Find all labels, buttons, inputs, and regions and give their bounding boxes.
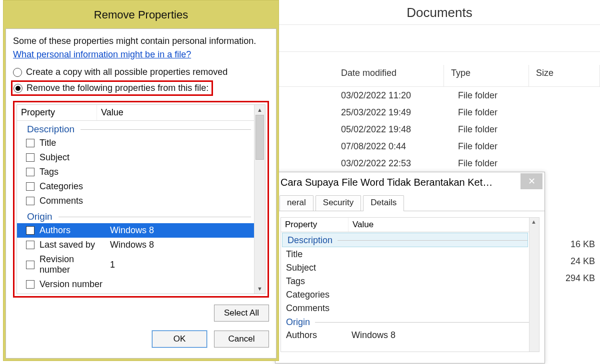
property-value: Windows 8 — [110, 240, 254, 250]
property-name: Tags — [286, 276, 352, 287]
checklist-item[interactable]: AuthorsWindows 8 — [17, 223, 254, 238]
file-sizes: 16 KB 24 KB 294 KB — [566, 236, 600, 287]
checkbox[interactable] — [26, 241, 34, 249]
property-value: Windows 8 — [110, 225, 254, 236]
checklist-item[interactable]: Revision number1 — [17, 252, 254, 277]
close-button[interactable]: ✕ — [520, 173, 542, 189]
checklist-item[interactable]: Categories — [17, 179, 254, 194]
checkbox[interactable] — [26, 139, 34, 147]
explorer-column-headers[interactable]: Date modified Type Size — [279, 52, 600, 87]
tab-details[interactable]: Details — [363, 195, 404, 211]
checkbox[interactable] — [26, 168, 34, 176]
property-name: Categories — [40, 181, 105, 192]
checklist-item[interactable]: Last saved byWindows 8 — [17, 238, 254, 252]
property-value — [352, 249, 529, 260]
file-size: 294 KB — [566, 270, 595, 287]
cancel-button[interactable]: Cancel — [214, 331, 269, 348]
property-name: Subject — [286, 263, 352, 273]
remove-properties-dialog: Remove Properties Some of these properti… — [3, 0, 279, 361]
properties-tabs: neral Security Details — [276, 192, 544, 211]
property-value — [352, 303, 529, 314]
property-row[interactable]: Subject — [281, 261, 529, 275]
scrollbar[interactable] — [529, 218, 539, 352]
checklist-item[interactable]: Tags — [17, 165, 254, 179]
property-row[interactable]: Tags — [281, 275, 529, 288]
file-type: File folder — [447, 90, 532, 101]
property-name: Authors — [286, 330, 352, 341]
file-date: 07/08/2022 0:44 — [341, 141, 451, 152]
property-row[interactable]: AuthorsWindows 8 — [281, 329, 529, 342]
property-value — [352, 290, 529, 300]
column-type[interactable]: Type — [444, 65, 529, 86]
checkbox[interactable] — [26, 182, 34, 191]
property-row[interactable]: Comments — [281, 302, 529, 315]
file-type: File folder — [447, 158, 532, 169]
ok-button[interactable]: OK — [152, 331, 207, 348]
checklist-item[interactable]: Subject — [17, 150, 254, 165]
explorer-file-list: 03/02/2022 11:20File folder 25/03/2022 1… — [279, 87, 600, 172]
properties-table: Property Value Description Title Subject… — [280, 217, 540, 352]
header-value: Value — [348, 218, 529, 232]
group-origin: Origin — [17, 208, 254, 223]
file-row[interactable]: 03/02/2022 22:53File folder — [279, 155, 600, 172]
radio-label: Remove the following properties from thi… — [26, 83, 208, 93]
radio-label: Create a copy with all possible properti… — [26, 67, 228, 77]
select-all-button[interactable]: Select All — [214, 305, 269, 322]
header-value: Value — [97, 105, 254, 120]
scrollbar[interactable] — [254, 105, 265, 294]
checkbox[interactable] — [26, 197, 34, 205]
property-value: 1 — [110, 260, 254, 270]
file-row[interactable]: 03/02/2022 11:20File folder — [279, 87, 600, 104]
checkbox[interactable] — [26, 226, 34, 235]
properties-table-header: Property Value — [281, 218, 529, 232]
property-row[interactable]: Title — [281, 248, 529, 261]
checkbox[interactable] — [26, 280, 34, 289]
file-row[interactable]: 25/03/2022 19:49File folder — [279, 104, 600, 121]
remove-properties-title: Remove Properties — [6, 2, 276, 28]
file-row[interactable]: 05/02/2022 19:48File folder — [279, 121, 600, 138]
property-name: Tags — [40, 167, 105, 177]
file-type: File folder — [447, 124, 532, 135]
explorer-toolbar — [279, 25, 600, 52]
file-date: 03/02/2022 11:20 — [341, 90, 451, 101]
checklist-item[interactable]: Program nameMicrosoft Office Word — [17, 292, 254, 294]
info-text: Some of these properties might contain p… — [13, 36, 269, 46]
file-size: 24 KB — [566, 253, 595, 270]
header-property: Property — [17, 105, 97, 120]
file-row[interactable]: 07/08/2022 0:44File folder — [279, 138, 600, 155]
property-name: Subject — [40, 152, 105, 163]
property-name: Last saved by — [40, 240, 105, 250]
radio-create-copy[interactable]: Create a copy with all possible properti… — [13, 67, 269, 77]
file-size: 16 KB — [566, 236, 595, 253]
property-name: Categories — [286, 290, 352, 300]
property-name: Revision number — [40, 254, 105, 275]
explorer-title: Documents — [279, 0, 600, 25]
file-date: 25/03/2022 19:49 — [341, 107, 451, 118]
checklist-item[interactable]: Comments — [17, 194, 254, 208]
checkbox[interactable] — [26, 153, 34, 162]
property-name: Authors — [40, 225, 105, 236]
group-description: Description — [282, 233, 528, 247]
property-name: Title — [40, 138, 105, 148]
scrollbar-thumb[interactable] — [256, 115, 264, 160]
properties-dialog-title: Cara Supaya File Word Tidak Berantakan K… — [276, 177, 520, 188]
tab-security[interactable]: Security — [316, 195, 361, 211]
header-property: Property — [281, 218, 348, 232]
file-properties-dialog: Cara Supaya File Word Tidak Berantakan K… — [275, 172, 545, 364]
property-value — [352, 263, 529, 273]
info-link[interactable]: What personal information might be in a … — [13, 49, 191, 60]
tab-general[interactable]: neral — [280, 195, 314, 211]
radio-remove-selected[interactable]: Remove the following properties from thi… — [14, 83, 208, 93]
property-row[interactable]: Categories — [281, 288, 529, 302]
checkbox[interactable] — [26, 261, 34, 269]
column-size[interactable]: Size — [529, 65, 600, 86]
column-date-modified[interactable]: Date modified — [334, 65, 444, 86]
checklist-item[interactable]: Title — [17, 136, 254, 150]
radio-icon — [13, 68, 22, 77]
property-name: Comments — [286, 303, 352, 314]
checklist-header: Property Value — [17, 105, 254, 121]
file-date: 05/02/2022 19:48 — [341, 124, 451, 135]
property-name: Title — [286, 249, 352, 260]
group-description: Description — [17, 121, 254, 136]
checklist-item[interactable]: Version number — [17, 277, 254, 292]
